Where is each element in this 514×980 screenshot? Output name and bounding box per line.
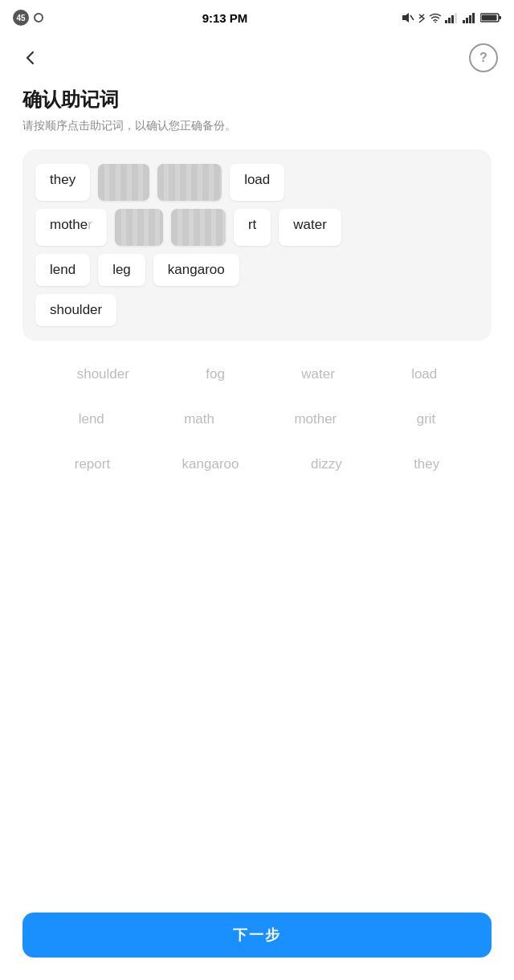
back-icon bbox=[22, 50, 39, 66]
word-row-3: lend leg kangaroo bbox=[35, 254, 479, 286]
option-lend[interactable]: lend bbox=[72, 408, 111, 431]
word-chip-mother[interactable]: mother bbox=[35, 209, 107, 246]
svg-rect-13 bbox=[499, 16, 501, 19]
word-chip-leg[interactable]: leg bbox=[98, 254, 145, 286]
help-button[interactable]: ? bbox=[469, 43, 498, 72]
status-time: 9:13 PM bbox=[202, 11, 248, 25]
word-chip-load[interactable]: load bbox=[230, 164, 284, 201]
svg-rect-14 bbox=[481, 15, 496, 21]
options-row-2: lend math mother grit bbox=[39, 408, 475, 431]
option-dizzy[interactable]: dizzy bbox=[304, 453, 349, 476]
back-button[interactable] bbox=[16, 43, 45, 72]
status-badge: 45 bbox=[13, 10, 29, 26]
signal2-icon bbox=[463, 12, 477, 23]
word-chip-lend[interactable]: lend bbox=[35, 254, 90, 286]
wifi-icon bbox=[429, 13, 442, 22]
word-chip-they[interactable]: they bbox=[35, 164, 90, 201]
status-left: 45 bbox=[13, 10, 48, 26]
svg-rect-5 bbox=[448, 18, 451, 23]
battery-icon bbox=[480, 12, 501, 23]
word-chip-water[interactable]: water bbox=[279, 209, 341, 246]
option-mother[interactable]: mother bbox=[288, 408, 343, 431]
option-report[interactable]: report bbox=[68, 453, 116, 476]
option-shoulder[interactable]: shoulder bbox=[71, 363, 136, 386]
page-subtitle: 请按顺序点击助记词，以确认您正确备份。 bbox=[22, 119, 492, 133]
svg-rect-9 bbox=[466, 18, 468, 23]
options-row-3: report kangaroo dizzy they bbox=[39, 453, 475, 476]
svg-point-0 bbox=[35, 14, 43, 22]
word-chip-kangaroo[interactable]: kangaroo bbox=[153, 254, 239, 286]
page-content: 确认助记词 请按顺序点击助记词，以确认您正确备份。 they load moth… bbox=[0, 80, 514, 476]
signal-icon bbox=[445, 12, 459, 23]
option-kangaroo[interactable]: kangaroo bbox=[176, 453, 246, 476]
svg-rect-11 bbox=[472, 13, 475, 23]
volume-icon bbox=[402, 12, 414, 23]
svg-line-2 bbox=[410, 15, 414, 20]
word-chip-blur3[interactable] bbox=[115, 209, 163, 246]
options-row-1: shoulder fog water load bbox=[39, 363, 475, 386]
word-chip-shoulder[interactable]: shoulder bbox=[35, 294, 116, 326]
word-options: shoulder fog water load lend math mother… bbox=[22, 363, 492, 476]
option-they[interactable]: they bbox=[407, 453, 446, 476]
option-fog[interactable]: fog bbox=[199, 363, 231, 386]
option-load[interactable]: load bbox=[405, 363, 443, 386]
option-water[interactable]: water bbox=[295, 363, 341, 386]
status-icons bbox=[402, 12, 501, 23]
bottom-bar: 下一步 bbox=[0, 900, 514, 980]
svg-marker-1 bbox=[402, 13, 409, 22]
option-grit[interactable]: grit bbox=[410, 408, 443, 431]
status-bar: 45 9:13 PM bbox=[0, 0, 514, 35]
word-row-1: they load bbox=[35, 164, 479, 201]
help-label: ? bbox=[479, 51, 487, 65]
word-chip-rt[interactable]: rt bbox=[234, 209, 271, 246]
word-chip-blur2[interactable] bbox=[157, 164, 222, 201]
page-title: 确认助记词 bbox=[22, 87, 492, 112]
selected-words-grid: they load mother rt water lend leg kanga… bbox=[22, 149, 492, 341]
next-button[interactable]: 下一步 bbox=[22, 913, 492, 958]
svg-rect-8 bbox=[463, 20, 465, 23]
word-chip-blur1[interactable] bbox=[98, 164, 149, 201]
svg-rect-4 bbox=[445, 20, 447, 23]
bluetooth-icon bbox=[418, 12, 426, 23]
svg-rect-10 bbox=[469, 15, 471, 23]
word-row-4: shoulder bbox=[35, 294, 479, 326]
word-row-2: mother rt water bbox=[35, 209, 479, 246]
svg-point-3 bbox=[434, 22, 436, 22]
nav-bar: ? bbox=[0, 35, 514, 80]
option-math[interactable]: math bbox=[177, 408, 221, 431]
word-chip-blur4[interactable] bbox=[171, 209, 226, 246]
svg-rect-6 bbox=[451, 15, 454, 23]
circle-icon bbox=[34, 13, 48, 22]
svg-rect-7 bbox=[455, 13, 457, 23]
